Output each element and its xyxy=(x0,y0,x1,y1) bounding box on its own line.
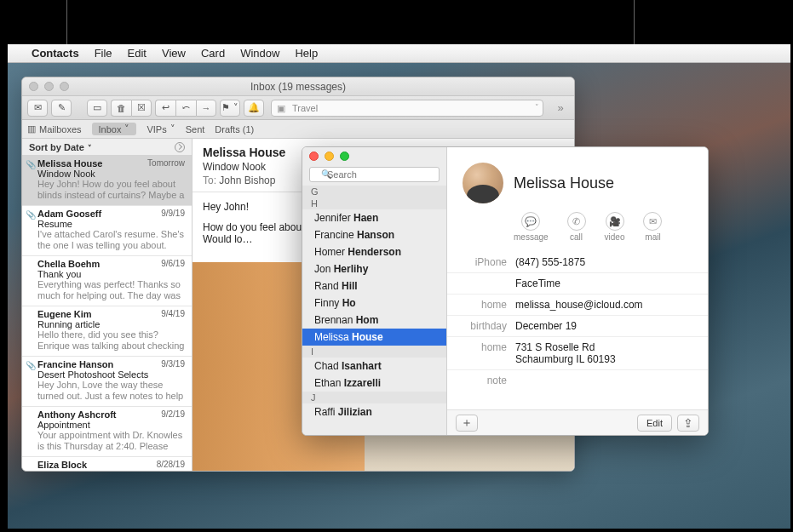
message-row[interactable]: 📎Adam Gooseff9/9/19ResumeI've attached C… xyxy=(22,206,192,256)
reply-all-button[interactable]: ⤺ xyxy=(175,100,196,117)
contact-row[interactable]: Raffi Jilizian xyxy=(302,403,446,420)
avatar[interactable] xyxy=(463,163,503,203)
contact-row[interactable]: Brennan Hom xyxy=(302,312,446,329)
message-row[interactable]: Anthony Ashcroft9/2/19AppointmentYour ap… xyxy=(22,407,192,457)
message-from: Melissa House xyxy=(37,158,102,169)
message-preview: Hey John, Love the way these turned out.… xyxy=(37,380,185,402)
get-mail-button[interactable]: ✉ xyxy=(27,100,48,117)
card-field-row: note xyxy=(447,369,708,391)
field-value[interactable]: melissa_house@icloud.com xyxy=(515,299,694,311)
menu-card[interactable]: Card xyxy=(201,47,225,60)
filter-icon[interactable] xyxy=(175,142,185,152)
menu-window[interactable]: Window xyxy=(240,47,279,60)
message-row[interactable]: 📎Francine Hanson9/3/19Desert Photoshoot … xyxy=(22,357,192,407)
envelope-icon: ✉ xyxy=(34,102,42,113)
video-icon: 🎥 xyxy=(609,216,621,227)
alpha-header: I xyxy=(302,346,446,358)
callout-line-right xyxy=(634,0,635,44)
app-menu[interactable]: Contacts xyxy=(32,47,79,60)
mailboxes-button[interactable]: ▥ Mailboxes xyxy=(27,123,82,134)
contact-row[interactable]: Jennifer Haen xyxy=(302,209,446,226)
vips-tab[interactable]: VIPs ˅ xyxy=(147,123,175,134)
field-value[interactable]: December 19 xyxy=(515,320,694,332)
mail-title: Inbox (19 messages) xyxy=(250,81,346,93)
contact-name: Melissa House xyxy=(514,174,614,192)
field-value[interactable]: 731 S Roselle RdSchaumburg IL 60193 xyxy=(515,341,694,365)
menu-edit[interactable]: Edit xyxy=(128,47,147,60)
message-date: 9/4/19 xyxy=(161,309,185,319)
sent-tab[interactable]: Sent xyxy=(186,124,205,134)
edit-button[interactable]: Edit xyxy=(637,415,672,432)
flag-icon: ⚑ ˅ xyxy=(221,102,238,113)
contact-row[interactable]: Melissa House xyxy=(302,329,446,346)
contact-row[interactable]: Finny Ho xyxy=(302,295,446,312)
mail-toolbar: ✉ ✎ ▭ 🗑 ☒ ↩ ⤺ → ⚑ ˅ 🔔 ▣ Travel ˅ » xyxy=(22,96,574,120)
message-preview: Hey John! How do you feel about blinds i… xyxy=(37,179,185,201)
contacts-sidebar: 🔍 GHJennifer HaenFrancine HansonHomer He… xyxy=(302,147,447,435)
contact-row[interactable]: Rand Hill xyxy=(302,277,446,295)
message-subject: Window Nook xyxy=(37,169,185,179)
sort-header[interactable]: Sort by Date˅ xyxy=(22,139,192,156)
mail-action[interactable]: ✉mail xyxy=(643,212,662,242)
mail-search-field[interactable]: ▣ Travel ˅ xyxy=(271,100,543,117)
field-label: home xyxy=(461,299,515,311)
message-row[interactable]: Eugene Kim9/4/19Running articleHello the… xyxy=(22,306,192,357)
message-preview: I've attached Carol's resume. She's the … xyxy=(37,229,185,251)
message-date: 8/28/19 xyxy=(157,460,185,470)
forward-icon: → xyxy=(202,103,211,113)
message-from: Eugene Kim xyxy=(37,309,92,319)
card-field-row: home731 S Roselle RdSchaumburg IL 60193 xyxy=(447,336,708,369)
message-date: 9/2/19 xyxy=(161,409,185,420)
contact-card: Melissa House 💬message ✆call 🎥video ✉mai… xyxy=(447,147,708,435)
bell-icon: 🔔 xyxy=(248,102,260,113)
video-action[interactable]: 🎥video xyxy=(605,212,625,242)
message-from: Anthony Ashcroft xyxy=(37,409,116,420)
contact-row[interactable]: Francine Hanson xyxy=(302,226,446,243)
trash-icon: 🗑 xyxy=(117,103,126,113)
contact-row[interactable]: Jon Herlihy xyxy=(302,260,446,277)
message-preview: Hello there, did you see this? Enrique w… xyxy=(37,329,185,352)
field-value[interactable]: FaceTime xyxy=(515,277,694,289)
phone-icon: ✆ xyxy=(572,216,580,227)
menu-file[interactable]: File xyxy=(95,47,112,60)
field-label: note xyxy=(461,375,515,386)
mail-zoom-button[interactable] xyxy=(60,82,69,91)
attachment-icon: 📎 xyxy=(26,361,36,370)
field-value[interactable]: (847) 555-1875 xyxy=(515,256,694,268)
add-contact-button[interactable]: ＋ xyxy=(456,415,478,432)
contacts-close-button[interactable] xyxy=(309,152,319,161)
menu-view[interactable]: View xyxy=(162,47,186,60)
message-row[interactable]: 📎Melissa HouseTomorrowWindow NookHey Joh… xyxy=(22,156,192,206)
contact-row[interactable]: Ethan Izzarelli xyxy=(302,375,446,392)
message-row[interactable]: Chella Boehm9/6/19Thank youEverything wa… xyxy=(22,256,192,306)
archive-button[interactable]: ▭ xyxy=(87,100,107,117)
contact-row[interactable]: Homer Henderson xyxy=(302,243,446,260)
drafts-tab[interactable]: Drafts (1) xyxy=(215,124,254,134)
message-action[interactable]: 💬message xyxy=(514,212,549,242)
mute-button[interactable]: 🔔 xyxy=(244,100,264,117)
message-subject: Running article xyxy=(37,319,185,329)
compose-button[interactable]: ✎ xyxy=(51,100,72,117)
delete-button[interactable]: 🗑 xyxy=(111,100,131,117)
mail-search-value: Travel xyxy=(292,103,318,113)
share-button[interactable]: ⇪ xyxy=(677,415,699,432)
mail-close-button[interactable] xyxy=(29,82,38,91)
reply-button[interactable]: ↩ xyxy=(155,100,175,117)
inbox-tab[interactable]: Inbox ˅ xyxy=(92,123,137,135)
forward-button[interactable]: → xyxy=(196,100,216,117)
message-list: Sort by Date˅ 📎Melissa HouseTomorrowWind… xyxy=(22,139,193,471)
contacts-zoom-button[interactable] xyxy=(340,152,349,161)
junk-icon: ☒ xyxy=(137,102,146,113)
message-row[interactable]: Eliza Block8/28/19 xyxy=(22,457,192,471)
contact-row[interactable]: Chad Isanhart xyxy=(302,358,446,375)
junk-button[interactable]: ☒ xyxy=(131,100,152,117)
field-value[interactable] xyxy=(515,375,694,386)
contacts-minimize-button[interactable] xyxy=(325,152,334,161)
menu-help[interactable]: Help xyxy=(295,47,318,60)
message-icon: 💬 xyxy=(525,216,537,227)
call-action[interactable]: ✆call xyxy=(567,212,586,242)
toolbar-overflow[interactable]: » xyxy=(552,101,569,114)
mail-minimize-button[interactable] xyxy=(44,82,54,91)
flag-button[interactable]: ⚑ ˅ xyxy=(220,100,240,117)
contacts-search-input[interactable] xyxy=(309,167,440,182)
